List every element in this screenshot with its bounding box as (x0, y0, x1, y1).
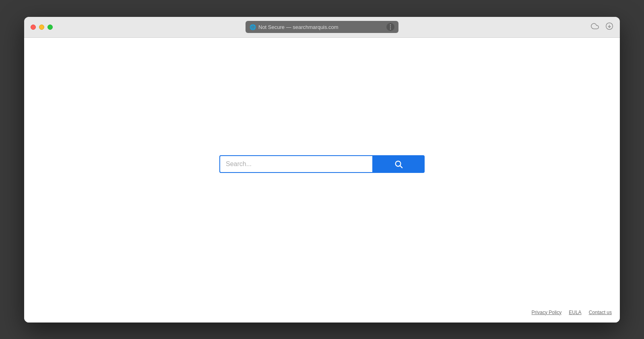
eula-link[interactable]: EULA (569, 310, 581, 315)
search-container (219, 155, 425, 173)
address-bar-text: Not Secure — searchmarquis.com (258, 24, 339, 30)
address-bar[interactable]: 🌐 Not Secure — searchmarquis.com (246, 21, 398, 33)
cloud-icon[interactable] (591, 22, 599, 32)
privacy-policy-link[interactable]: Privacy Policy (532, 310, 562, 315)
search-input[interactable] (219, 155, 372, 173)
footer: Privacy Policy EULA Contact us (532, 310, 612, 315)
globe-icon: 🌐 (250, 24, 256, 30)
address-bar-menu-icon[interactable] (386, 23, 394, 31)
title-bar: 🌐 Not Secure — searchmarquis.com (24, 17, 620, 38)
contact-us-link[interactable]: Contact us (589, 310, 612, 315)
svg-point-0 (390, 25, 391, 25)
maximize-button[interactable] (47, 25, 53, 30)
download-icon[interactable] (605, 22, 613, 32)
title-bar-right (591, 22, 613, 32)
search-icon (394, 160, 403, 168)
browser-window: 🌐 Not Secure — searchmarquis.com (24, 17, 620, 323)
address-bar-container: 🌐 Not Secure — searchmarquis.com (246, 21, 398, 33)
svg-point-2 (390, 29, 391, 29)
search-button[interactable] (372, 155, 425, 173)
close-button[interactable] (31, 25, 36, 30)
page-content: Privacy Policy EULA Contact us (24, 38, 620, 323)
svg-point-1 (390, 27, 391, 27)
minimize-button[interactable] (39, 25, 44, 30)
svg-line-6 (400, 166, 402, 168)
traffic-lights (31, 25, 53, 30)
